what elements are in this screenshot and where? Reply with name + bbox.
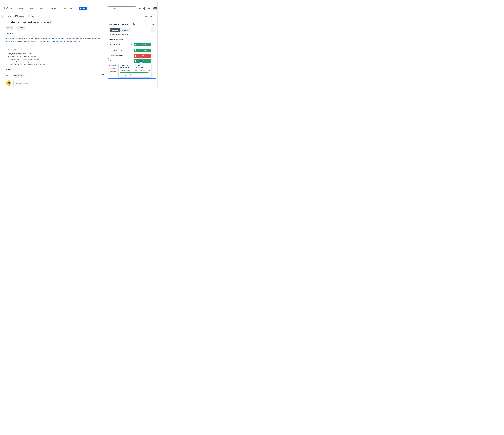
apps-button[interactable]: Apps	[16, 26, 25, 29]
create-button[interactable]: Create	[79, 7, 87, 10]
add-button[interactable]: Add	[6, 26, 14, 29]
sla-hover-tooltip: Started: Apr 01, 2025 at 2:58 PM Target …	[118, 63, 151, 77]
task-item: Presenting findings in a short report or…	[6, 63, 45, 66]
like-thumbs-up-icon[interactable]	[145, 15, 147, 17]
tab-compact[interactable]: Compact	[110, 28, 120, 32]
panel-menu-kebab-icon[interactable]	[151, 28, 155, 32]
comment-input[interactable]	[13, 80, 105, 86]
issue-type-bookmark-icon[interactable]	[28, 15, 30, 17]
task-item: Creating 2–3 detailed buyer personas	[6, 61, 45, 63]
nav-divider	[1, 12, 157, 12]
target-date-value: Apr 02, 2025 at 6:58 PM	[128, 67, 143, 68]
comments-filter-button[interactable]: Comments	[13, 73, 25, 77]
time-to-resolution-heading: Time to resolution	[109, 39, 123, 40]
share-icon[interactable]	[150, 15, 152, 17]
sla-low-goal-label: SLA low Goal	[110, 44, 120, 45]
dotted-divider	[109, 59, 155, 59]
nav-apps[interactable]: Apps	[70, 8, 74, 9]
current-user-avatar: MT	[6, 80, 11, 86]
sla-normal-goal-timer[interactable]: 1h 56m	[134, 49, 151, 52]
calendar-icon	[130, 74, 131, 76]
sla-normal-goal-label: SLA normal Goal	[110, 49, 122, 51]
plus-icon	[7, 27, 9, 29]
settings-gear-icon[interactable]	[148, 7, 150, 10]
chevron-down-icon	[23, 74, 24, 75]
task-item: Conducting surveys or interviews (if nee…	[6, 58, 45, 61]
issue-title[interactable]: Conduct target audience research	[6, 21, 52, 24]
sla-configuration-timer[interactable]: -20h 25m	[134, 54, 151, 58]
sla-configuration-label: SLA Configuration - 1	[109, 55, 126, 57]
timer-mode-value: Remaining	[120, 34, 128, 35]
percent-badge: 96%	[134, 69, 138, 71]
description-heading: Description	[6, 33, 15, 35]
sla-panel-title: SLA Time and Report	[109, 23, 128, 26]
breadcrumb-separator: /	[13, 15, 14, 17]
sla-low-goal-timer[interactable]: 55m	[134, 43, 151, 46]
chevron-down-icon	[75, 8, 76, 9]
dotted-divider	[109, 53, 155, 53]
breadcrumb-projects[interactable]: Projects	[6, 15, 11, 17]
jira-logo-mark-icon	[6, 7, 9, 10]
play-icon	[135, 60, 137, 62]
nav-people[interactable]: People	[62, 8, 67, 9]
clipped-text-line1: The display	[109, 64, 117, 66]
description-text: Research and define the target audience …	[6, 37, 101, 43]
sla-app-logo-icon: SLA	[132, 23, 135, 26]
sla-progress-fill	[120, 72, 148, 73]
tab-detailed[interactable]: Detailed	[120, 28, 130, 32]
activity-heading: Activity	[6, 69, 12, 70]
search-icon	[109, 8, 110, 10]
target-date-label: Target date:	[120, 67, 128, 68]
play-icon	[135, 44, 137, 45]
app-switcher-icon[interactable]	[3, 8, 5, 9]
expand-sidebar-button[interactable]	[1, 15, 4, 18]
search-input[interactable]	[107, 7, 136, 10]
nav-your-work[interactable]: Your work	[17, 8, 24, 9]
play-icon	[135, 49, 137, 51]
breadcrumb-project[interactable]: 1710 v3	[18, 15, 24, 17]
time-to-response-label: Time to response	[110, 60, 122, 62]
jira-logo-word: Jira	[9, 7, 13, 10]
tasks-list: Analyzing existing customer data Reviewi…	[6, 52, 45, 66]
status-play-icon	[120, 75, 121, 76]
chevron-down-icon	[59, 8, 60, 9]
timer-mode-row: Timer mode: Remaining	[109, 34, 128, 35]
more-actions-icon[interactable]	[154, 15, 157, 17]
remaining-value: Remaining: 16h	[141, 70, 150, 71]
nav-dashboards[interactable]: Dashboards	[48, 8, 56, 9]
help-icon[interactable]: ?	[143, 7, 145, 9]
chevron-down-icon	[43, 8, 44, 9]
jira-logo[interactable]: Jira	[6, 7, 13, 10]
calendar-value: US Calendar 24/7	[132, 74, 142, 76]
sla-progress-bar	[120, 72, 150, 73]
view-mode-switcher: Compact Detailed	[109, 28, 131, 32]
play-icon	[135, 55, 137, 57]
started-value: Apr 01, 2025 at 2:58 PM	[126, 65, 140, 66]
started-label: Started:	[120, 65, 125, 66]
chevron-right-icon	[2, 16, 3, 17]
show-label: Show:	[6, 74, 10, 76]
tasks-heading: Tasks include:	[6, 48, 17, 50]
breadcrumb-separator: /	[26, 15, 26, 17]
nav-projects[interactable]: Projects	[28, 8, 34, 9]
task-item: Reviewing competitor audience profiles	[6, 55, 45, 58]
timer-mode-label: Timer mode:	[112, 34, 120, 35]
clipped-text-line3: configurati	[109, 70, 117, 72]
nav-filters[interactable]: Filters	[39, 8, 43, 9]
elapsed-value: Elapsed: 15h 30m	[120, 70, 130, 71]
megaphone-icon[interactable]	[138, 7, 141, 10]
breadcrumb-issue-key[interactable]: PT1710-29	[31, 15, 38, 17]
status-value: In Progress	[122, 74, 128, 76]
hand-cursor-icon	[139, 60, 143, 64]
stopwatch-icon	[109, 34, 111, 35]
clipped-text-line2: delay accor	[109, 68, 117, 69]
nav-active-underline	[17, 11, 25, 11]
user-avatar[interactable]	[153, 7, 157, 10]
apps-hexagon-icon	[18, 27, 19, 29]
project-avatar-icon[interactable]	[15, 15, 18, 17]
sort-order-icon[interactable]	[101, 74, 104, 76]
search-field	[107, 7, 136, 10]
jira-issue-page: Jira Your work Projects Filters Dashboar…	[0, 0, 158, 89]
task-item: Analyzing existing customer data	[6, 52, 45, 55]
chevron-down-icon	[35, 8, 36, 9]
